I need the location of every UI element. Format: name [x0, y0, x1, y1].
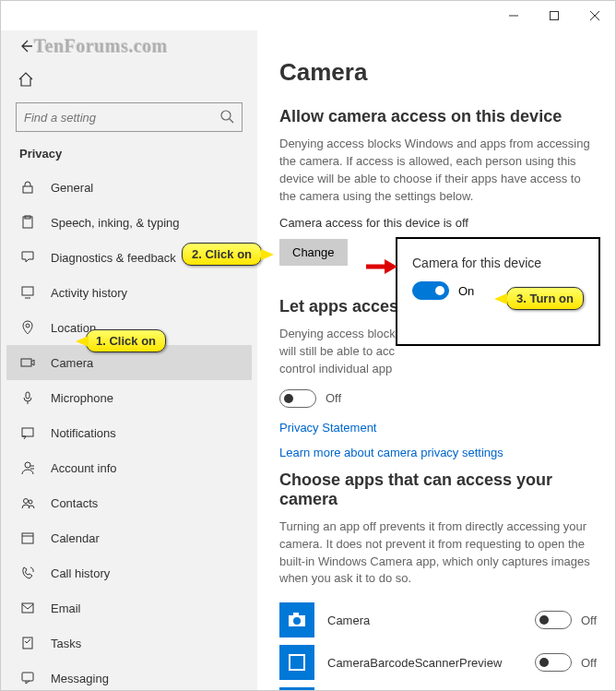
toggle-switch[interactable] [412, 281, 449, 300]
callout-1: 1. Click on [86, 329, 166, 352]
search-field[interactable] [24, 111, 219, 125]
svg-rect-22 [22, 603, 33, 613]
sidebar-item-microphone[interactable]: Microphone [6, 380, 252, 415]
svg-rect-14 [22, 428, 33, 436]
sidebar-item-notifications[interactable]: Notifications [6, 415, 252, 450]
svg-point-4 [221, 111, 231, 120]
minimize-button[interactable] [493, 1, 534, 30]
svg-line-5 [230, 119, 233, 123]
main-content: Camera Allow camera access on this devic… [257, 30, 615, 690]
callout-3: 3. Turn on [506, 287, 584, 310]
svg-rect-6 [23, 186, 32, 193]
section1-heading: Allow camera access on this device [279, 107, 597, 126]
svg-point-19 [29, 500, 32, 504]
page-title: Camera [279, 58, 597, 87]
sidebar-item-activity-history[interactable]: Activity history [6, 275, 252, 310]
svg-rect-29 [290, 655, 304, 670]
sidebar-item-label: Camera [51, 356, 93, 370]
red-arrow-annotation [366, 257, 397, 279]
notifications-icon [19, 424, 36, 441]
sidebar-item-label: Tasks [51, 637, 81, 650]
sidebar-item-label: Microphone [51, 391, 113, 405]
search-icon [219, 109, 234, 126]
feedback-icon [19, 249, 36, 266]
section1-desc: Denying access blocks Windows and apps f… [279, 136, 597, 205]
section-title: Privacy [6, 141, 252, 170]
sidebar-item-label: Contacts [51, 496, 98, 510]
close-button[interactable] [575, 1, 615, 30]
section1-status: Camera access for this device is off [279, 216, 597, 230]
sidebar-item-calendar[interactable]: Calendar [6, 520, 252, 555]
calendar-icon [19, 530, 36, 546]
account-icon [19, 459, 36, 476]
sidebar-item-label: General [51, 181, 93, 195]
app-icon [279, 687, 314, 690]
app-row: CortanaOff [279, 684, 597, 690]
svg-marker-32 [385, 259, 397, 274]
toggle-switch[interactable] [279, 389, 316, 408]
maximize-button[interactable] [534, 1, 575, 30]
popup-title: Camera for this device [412, 256, 584, 270]
learn-more-link[interactable]: Learn more about camera privacy settings [279, 446, 597, 459]
popup-toggle-label: On [458, 284, 474, 298]
home-button[interactable] [6, 64, 252, 95]
apps-access-toggle[interactable]: Off [279, 389, 597, 408]
sidebar-item-label: Notifications [51, 426, 116, 440]
sidebar-item-label: Speech, inking, & typing [51, 216, 179, 230]
app-toggle[interactable]: Off [535, 611, 597, 629]
section3-desc: Turning an app off prevents it from dire… [279, 518, 597, 588]
sidebar-item-general[interactable]: General [6, 170, 252, 205]
svg-point-27 [293, 617, 301, 625]
sidebar-item-speech-inking-typing[interactable]: Speech, inking, & typing [6, 205, 252, 240]
svg-rect-20 [22, 533, 33, 543]
microphone-icon [19, 389, 36, 406]
svg-rect-9 [22, 287, 33, 295]
app-row: CameraOff [279, 599, 597, 641]
sidebar: Privacy GeneralSpeech, inking, & typingD… [1, 30, 257, 690]
messaging-icon [19, 670, 36, 686]
sidebar-item-contacts[interactable]: Contacts [6, 485, 252, 520]
svg-point-15 [25, 462, 30, 468]
sidebar-item-messaging[interactable]: Messaging [6, 661, 252, 690]
titlebar [1, 1, 615, 30]
contacts-icon [19, 494, 36, 511]
sidebar-item-email[interactable]: Email [6, 590, 252, 625]
app-row: CameraBarcodeScannerPreviewOff [279, 641, 597, 684]
svg-point-18 [24, 499, 29, 504]
sidebar-item-label: Account info [51, 461, 117, 475]
app-toggle[interactable]: Off [535, 653, 597, 672]
tasks-icon [19, 635, 36, 651]
sidebar-item-label: Messaging [51, 672, 109, 685]
lock-icon [19, 179, 36, 196]
app-icon [279, 645, 314, 680]
search-input[interactable] [16, 102, 243, 132]
activity-icon [19, 284, 36, 301]
privacy-statement-link[interactable]: Privacy Statement [279, 421, 597, 435]
sidebar-item-tasks[interactable]: Tasks [6, 625, 252, 661]
location-icon [19, 319, 36, 336]
change-button[interactable]: Change [279, 239, 348, 266]
sidebar-item-label: Email [51, 602, 81, 615]
section3-heading: Choose apps that can access your camera [279, 471, 597, 509]
sidebar-item-label: Diagnostics & feedback [51, 251, 176, 265]
clipboard-icon [19, 214, 36, 231]
back-button[interactable] [6, 30, 252, 62]
svg-point-11 [26, 324, 30, 328]
svg-rect-23 [23, 637, 32, 649]
callhistory-icon [19, 565, 36, 581]
callout-2: 2. Click on [182, 243, 262, 266]
email-icon [19, 600, 36, 616]
camera-icon [19, 354, 36, 371]
sidebar-item-label: Call history [51, 566, 110, 580]
svg-rect-12 [21, 359, 31, 366]
app-name: Camera [327, 614, 535, 627]
app-icon [279, 602, 314, 637]
toggle-label: Off [326, 391, 341, 405]
svg-rect-28 [293, 613, 299, 615]
app-name: CameraBarcodeScannerPreview [327, 656, 535, 670]
sidebar-item-call-history[interactable]: Call history [6, 555, 252, 590]
svg-rect-1 [551, 12, 559, 20]
svg-rect-24 [22, 673, 33, 681]
sidebar-item-account-info[interactable]: Account info [6, 450, 252, 485]
sidebar-item-label: Calendar [51, 531, 100, 545]
